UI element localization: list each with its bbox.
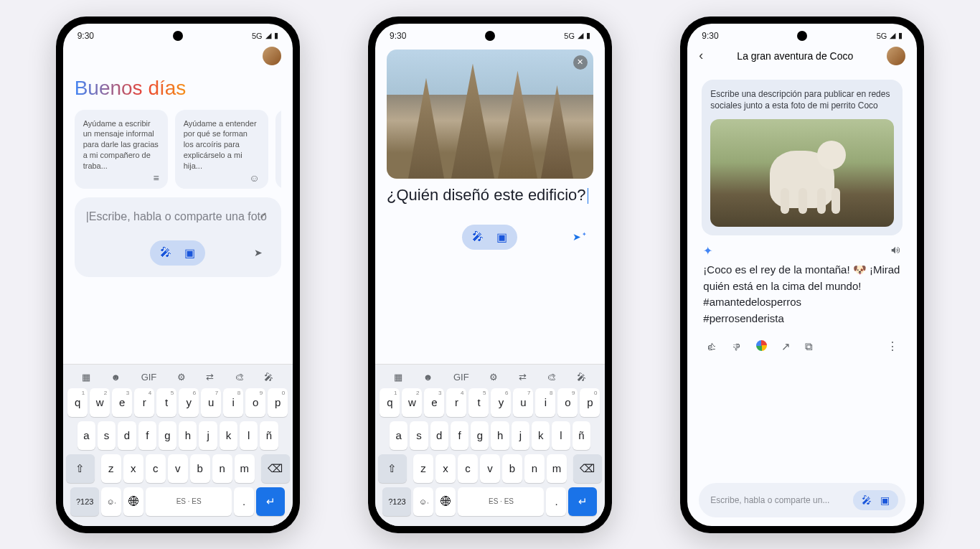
key-v[interactable]: v <box>168 454 188 483</box>
send-icon[interactable]: ➤ <box>573 231 586 243</box>
gif-button[interactable]: GIF <box>141 372 157 383</box>
key-e[interactable]: e3 <box>112 388 132 417</box>
speaker-icon[interactable]: 🔊︎ <box>891 244 901 258</box>
key-n[interactable]: n <box>524 454 545 483</box>
key-c[interactable]: c <box>146 454 166 483</box>
key-u[interactable]: u7 <box>201 388 221 417</box>
key-h[interactable]: h <box>491 421 509 450</box>
back-icon[interactable]: ‹ <box>699 48 703 63</box>
key-u[interactable]: u7 <box>513 388 533 417</box>
key-g[interactable]: g <box>159 421 176 450</box>
key-e[interactable]: e3 <box>424 388 444 417</box>
key-l[interactable]: l <box>552 421 570 450</box>
key-j[interactable]: j <box>512 421 529 450</box>
key-l[interactable]: l <box>240 421 258 450</box>
enter-key[interactable]: ↵ <box>256 487 285 516</box>
key-o[interactable]: o9 <box>557 388 578 417</box>
suggestion-card[interactable]: Ayúdame a entender por qué se forman los… <box>175 110 268 189</box>
mic-icon[interactable]: 🎤︎ <box>577 372 586 383</box>
key-k[interactable]: k <box>220 421 237 450</box>
key-m[interactable]: m <box>235 454 255 483</box>
copy-icon[interactable]: ⧉ <box>805 340 813 353</box>
key-q[interactable]: q1 <box>67 388 88 417</box>
thumbs-down-icon[interactable]: 👎︎ <box>731 340 742 353</box>
gear-icon[interactable]: ⚙ <box>489 372 498 383</box>
symbols-key[interactable]: ?123 <box>382 487 411 516</box>
key-r[interactable]: r4 <box>446 388 466 417</box>
sticker-icon[interactable]: ☻ <box>423 372 433 383</box>
key-p[interactable]: p0 <box>268 388 288 417</box>
space-key[interactable]: ES · ES <box>458 487 544 516</box>
translate-icon[interactable]: ⇄ <box>206 372 214 383</box>
space-key[interactable]: ES · ES <box>146 487 232 516</box>
thumbs-up-icon[interactable]: 👍︎ <box>706 340 717 353</box>
key-d[interactable]: d <box>118 421 136 450</box>
symbols-key[interactable]: ?123 <box>70 487 99 516</box>
key-z[interactable]: z <box>413 454 433 483</box>
period-key[interactable]: . <box>546 487 566 516</box>
key-y[interactable]: y6 <box>179 388 199 417</box>
share-icon[interactable]: ↗ <box>781 340 791 353</box>
gif-button[interactable]: GIF <box>453 372 469 383</box>
period-key[interactable]: . <box>234 487 254 516</box>
google-icon[interactable] <box>756 340 767 351</box>
key-w[interactable]: w2 <box>90 388 110 417</box>
translate-icon[interactable]: ⇄ <box>519 372 527 383</box>
enter-key[interactable]: ↵ <box>568 487 597 516</box>
key-t[interactable]: t5 <box>468 388 489 417</box>
key-c[interactable]: c <box>458 454 478 483</box>
suggestion-card[interactable]: Ayúdame a escribir un mensaje informal p… <box>75 110 168 189</box>
key-r[interactable]: r4 <box>134 388 154 417</box>
mic-icon[interactable]: 🎤︎ <box>862 494 872 506</box>
expand-icon[interactable]: ⤢ <box>260 210 267 220</box>
question-text[interactable]: ¿Quién diseñó este edificio? <box>387 186 593 205</box>
key-f[interactable]: f <box>451 421 468 450</box>
key-t[interactable]: t5 <box>156 388 176 417</box>
key-j[interactable]: j <box>199 421 217 450</box>
key-x[interactable]: x <box>123 454 143 483</box>
key-s[interactable]: s <box>98 421 116 450</box>
mic-icon[interactable]: 🎤︎ <box>160 246 171 260</box>
emoji-key[interactable]: ☺, <box>413 487 433 516</box>
close-icon[interactable]: ✕ <box>573 55 588 70</box>
palette-icon[interactable]: 🎨︎ <box>235 372 244 383</box>
sticker-icon[interactable]: ☻ <box>110 372 121 383</box>
key-ñ[interactable]: ñ <box>573 421 590 450</box>
key-o[interactable]: o9 <box>245 388 265 417</box>
key-a[interactable]: a <box>390 421 407 450</box>
grid-icon[interactable]: ▦ <box>82 372 90 383</box>
more-icon[interactable]: ⋮ <box>887 339 898 353</box>
camera-icon[interactable]: ▣ <box>184 246 195 260</box>
gear-icon[interactable]: ⚙ <box>177 372 186 383</box>
key-z[interactable]: z <box>101 454 121 483</box>
camera-icon[interactable]: ▣ <box>880 494 890 506</box>
palette-icon[interactable]: 🎨︎ <box>547 372 556 383</box>
mic-icon[interactable]: 🎤︎ <box>472 230 484 244</box>
input-area[interactable]: |Escribe, habla o comparte una foto ⤢ 🎤︎… <box>75 197 281 277</box>
globe-key[interactable]: 🌐︎ <box>435 487 456 516</box>
shift-key[interactable]: ⇧ <box>378 454 407 483</box>
key-f[interactable]: f <box>138 421 156 450</box>
key-k[interactable]: k <box>532 421 550 450</box>
key-i[interactable]: i8 <box>223 388 243 417</box>
key-x[interactable]: x <box>435 454 456 483</box>
key-y[interactable]: y6 <box>491 388 511 417</box>
globe-key[interactable]: 🌐︎ <box>123 487 143 516</box>
key-g[interactable]: g <box>471 421 489 450</box>
send-icon[interactable]: ➤ <box>254 247 263 258</box>
key-w[interactable]: w2 <box>402 388 422 417</box>
key-q[interactable]: q1 <box>380 388 400 417</box>
key-a[interactable]: a <box>77 421 95 450</box>
key-v[interactable]: v <box>480 454 500 483</box>
shift-key[interactable]: ⇧ <box>66 454 95 483</box>
key-ñ[interactable]: ñ <box>260 421 278 450</box>
key-i[interactable]: i8 <box>535 388 555 417</box>
avatar[interactable] <box>263 47 281 65</box>
avatar[interactable] <box>887 47 905 65</box>
key-d[interactable]: d <box>430 421 448 450</box>
backspace-key[interactable]: ⌫ <box>573 454 602 483</box>
key-s[interactable]: s <box>410 421 428 450</box>
grid-icon[interactable]: ▦ <box>394 372 402 383</box>
input-bar[interactable]: Escribe, habla o comparte un... 🎤︎ ▣ <box>699 483 905 517</box>
key-p[interactable]: p0 <box>580 388 600 417</box>
